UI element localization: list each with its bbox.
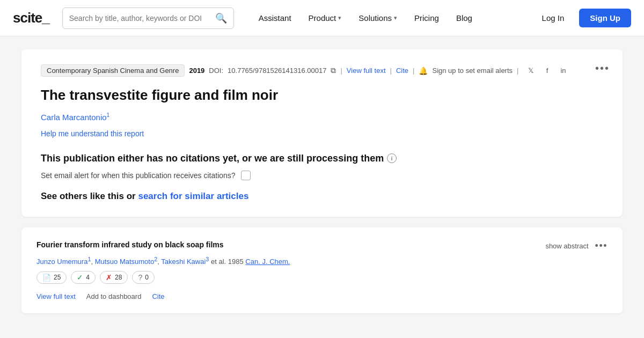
badge-supporting-count: 4 [86, 274, 90, 281]
facebook-icon[interactable]: f [541, 65, 553, 77]
alert-signup-text: Sign up to set email alerts [432, 67, 513, 75]
show-abstract-button[interactable]: show abstract [545, 242, 588, 250]
article-card: ••• Contemporary Spanish Cinema and Genr… [21, 49, 623, 217]
badge-question: ? 0 [132, 271, 154, 284]
navbar: scite_ 🔍 Assistant Product ▾ Solutions ▾… [0, 0, 644, 36]
related-actions: View full text Add to dashboard Cite [36, 292, 608, 300]
related-header-right: show abstract ••• [545, 240, 608, 252]
article-author[interactable]: Carla Marcantonio1 [41, 112, 603, 122]
more-options-button[interactable]: ••• [595, 62, 610, 75]
email-alert-row: Set email alert for when this publicatio… [41, 171, 603, 180]
separator: | [390, 67, 392, 75]
nav-item-solutions[interactable]: Solutions ▾ [351, 9, 405, 27]
linkedin-icon[interactable]: in [557, 65, 569, 77]
search-bar: 🔍 [62, 8, 234, 29]
nav-auth: Log In Sign Up [533, 9, 631, 27]
badge-row: 📄 25 ✓ 4 ✗ 28 ? 0 [36, 271, 608, 284]
article-title: The transvestite figure and film noir [41, 86, 603, 105]
contrasting-icon: ✗ [106, 273, 112, 282]
separator: | [340, 67, 342, 75]
cite-action[interactable]: Cite [152, 292, 164, 300]
twitter-icon[interactable]: 𝕏 [525, 65, 537, 77]
related-article-title: Fourier transform infrared study on blac… [36, 240, 224, 249]
search-input[interactable] [69, 14, 212, 23]
no-citations-heading: This publication either has no citations… [41, 153, 603, 164]
author-link-1[interactable]: Junzo Umemura1 [36, 258, 91, 266]
book-tag: Contemporary Spanish Cinema and Genre [41, 64, 185, 77]
see-others-text: See others like this or search for simil… [41, 191, 603, 202]
doc-icon: 📄 [42, 274, 51, 282]
badge-total: 📄 25 [36, 271, 67, 284]
separator: | [413, 67, 414, 75]
view-full-text-link[interactable]: View full text [347, 67, 386, 75]
doi-label: DOI: [209, 67, 223, 75]
author-link-2[interactable]: Mutsuo Matsumoto2 [95, 258, 158, 266]
question-icon: ? [138, 273, 142, 282]
separator: | [517, 67, 518, 75]
author-link-3[interactable]: Takeshi Kawai3 [161, 258, 209, 266]
related-card: Fourier transform infrared study on blac… [21, 227, 623, 313]
badge-contrasting-count: 28 [115, 274, 122, 281]
et-al: et al. [211, 258, 226, 266]
chevron-down-icon: ▾ [338, 14, 341, 21]
badge-total-count: 25 [54, 274, 61, 281]
badge-contrasting: ✗ 28 [100, 271, 128, 284]
copy-icon[interactable]: ⧉ [331, 66, 336, 75]
article-meta: Contemporary Spanish Cinema and Genre 20… [41, 64, 603, 77]
social-icons: 𝕏 f in [525, 65, 569, 77]
search-icon[interactable]: 🔍 [215, 12, 227, 24]
nav-item-assistant[interactable]: Assistant [251, 9, 299, 27]
nav-links: Assistant Product ▾ Solutions ▾ Pricing … [251, 9, 533, 27]
info-icon: i [387, 153, 397, 163]
doi-value: 10.7765/9781526141316.00017 [228, 67, 326, 75]
citation-notice: This publication either has no citations… [41, 153, 603, 202]
supporting-icon: ✓ [77, 273, 83, 282]
view-full-text-action[interactable]: View full text [36, 292, 76, 300]
nav-item-blog[interactable]: Blog [449, 9, 480, 27]
logo[interactable]: scite_ [13, 10, 49, 26]
add-to-dashboard-action[interactable]: Add to dashboard [86, 292, 142, 300]
search-similar-link[interactable]: search for similar articles [138, 191, 248, 201]
email-alert-checkbox[interactable] [241, 171, 251, 180]
badge-question-count: 0 [145, 274, 149, 281]
cite-link[interactable]: Cite [396, 67, 408, 75]
related-more-options-button[interactable]: ••• [595, 240, 608, 252]
signup-button[interactable]: Sign Up [579, 9, 631, 27]
nav-item-pricing[interactable]: Pricing [407, 9, 447, 27]
related-card-header: Fourier transform infrared study on blac… [36, 240, 608, 252]
bell-icon: 🔔 [419, 67, 428, 75]
login-button[interactable]: Log In [533, 9, 573, 27]
journal-link[interactable]: Can. J. Chem. [245, 258, 290, 266]
help-link[interactable]: Help me understand this report [41, 129, 144, 138]
publication-year: 2019 [189, 67, 204, 75]
related-year: 1985 [228, 258, 244, 266]
related-authors: Junzo Umemura1, Mutsuo Matsumoto2, Takes… [36, 256, 608, 266]
badge-supporting: ✓ 4 [71, 271, 96, 284]
nav-item-product[interactable]: Product ▾ [301, 9, 349, 27]
main-content: ••• Contemporary Spanish Cinema and Genr… [11, 36, 633, 326]
chevron-down-icon: ▾ [394, 14, 397, 21]
